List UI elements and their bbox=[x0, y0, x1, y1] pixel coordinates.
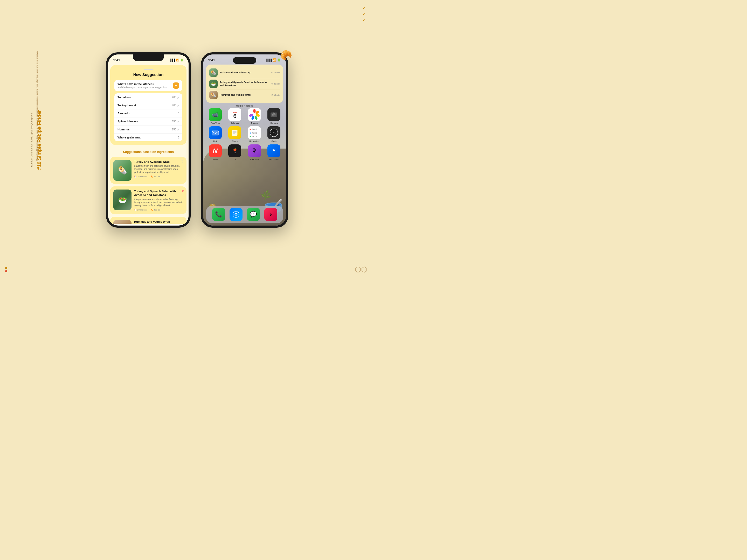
reminders-inner: ●Task 1 ●Task 2 ●Task 3 bbox=[248, 126, 261, 139]
phone2-screen: 🥣 🌿 🍋 9:41 ▐▐▐ 📶 🔋 🌯 Turkey and Avocado … bbox=[203, 54, 286, 225]
app-item-camera[interactable]: Camera bbox=[265, 108, 283, 124]
svg-rect-11 bbox=[273, 112, 274, 113]
like-button-1[interactable]: ♡ bbox=[181, 159, 184, 164]
camera-icon bbox=[267, 108, 280, 121]
phone2-status-bar: 9:41 ▐▐▐ 📶 🔋 bbox=[203, 54, 286, 63]
mail-icon bbox=[209, 126, 222, 139]
app-item-tv[interactable]: 🍎 TV TV bbox=[227, 144, 243, 160]
svg-point-10 bbox=[273, 114, 275, 116]
clock-svg bbox=[269, 128, 279, 137]
phone1-screen: 9:41 ▐▐▐ 📶 🔋 New Suggestion What I have … bbox=[108, 54, 188, 225]
widget-recipe-time-2: ⏱ 20 min bbox=[271, 83, 280, 85]
photos-icon bbox=[248, 108, 261, 121]
ingredient-row: Hummus 250 gr bbox=[114, 126, 182, 134]
tv-inner: 🍎 TV bbox=[233, 148, 237, 154]
like-button-2[interactable]: ♥ bbox=[182, 189, 184, 193]
widget-recipe-row-2: 🥗 Turkey and Spinach Salad with Avocado … bbox=[209, 78, 280, 89]
recipe-name-2: Turkey and Spinach Salad with Avocado an… bbox=[134, 189, 183, 197]
reminders-label: Reminders bbox=[249, 140, 259, 142]
mail-label: Mail bbox=[213, 140, 217, 142]
photos-svg bbox=[249, 109, 260, 121]
suggestions-section: Suggestions based on ingredients 🌯 Turke… bbox=[108, 147, 188, 224]
photos-label: Photos bbox=[251, 122, 258, 124]
dock-item-safari[interactable] bbox=[230, 208, 242, 221]
app-item-photos[interactable]: Photos bbox=[246, 108, 263, 124]
clock-icon bbox=[267, 126, 280, 139]
widget-recipe-row-1: 🌯 Turkey and Avocado Wrap ⏱ 15 min bbox=[209, 67, 280, 78]
dock-item-phone[interactable]: 📞 bbox=[212, 208, 225, 221]
app-item-facetime[interactable]: 📹 FaceTime bbox=[207, 108, 224, 124]
widget-recipe-name-2: Turkey and Spinach Salad with Avocado an… bbox=[220, 81, 269, 87]
svg-point-1 bbox=[253, 109, 256, 113]
widget-recipe-row-3: 🌯 Hummus and Veggie Wrap ⏱ 10 min bbox=[209, 89, 280, 100]
like-button-3[interactable]: ♡ bbox=[181, 219, 184, 223]
dock-item-messages[interactable]: 💬 bbox=[247, 208, 260, 221]
facetime-label: FaceTime bbox=[211, 122, 220, 124]
recipe-time-1: ⏰ 15 minutes bbox=[134, 176, 147, 178]
new-suggestion-card: New Suggestion What I have in the kitche… bbox=[110, 65, 186, 145]
podcasts-symbol: 🎙 bbox=[252, 148, 257, 154]
safari-svg bbox=[232, 211, 240, 218]
recipe-name-1: Turkey and Avocado Wrap bbox=[134, 160, 183, 164]
ingredient-name: Turkey breast bbox=[118, 104, 136, 107]
app-item-notes[interactable]: Notes bbox=[227, 126, 243, 142]
recipe-widget[interactable]: 🌯 Turkey and Avocado Wrap ⏱ 15 min 🥗 Tur… bbox=[206, 64, 283, 103]
app-item-reminders[interactable]: ●Task 1 ●Task 2 ●Task 3 Reminders bbox=[246, 126, 263, 142]
calendar-date: 6 bbox=[233, 113, 237, 119]
widget-recipe-img-3: 🌯 bbox=[209, 91, 217, 99]
podcasts-label: Podcasts bbox=[250, 158, 259, 160]
phone1-frame: 9:41 ▐▐▐ 📶 🔋 New Suggestion What I have … bbox=[106, 52, 191, 228]
svg-point-25 bbox=[274, 132, 275, 133]
messages-symbol: 💬 bbox=[250, 211, 257, 218]
signal-icon: ▐▐▐ bbox=[265, 59, 272, 62]
recipe-cal-2: 🔥 400 cal bbox=[150, 209, 160, 211]
camera-label: Camera bbox=[270, 122, 278, 124]
app-item-appstore[interactable]: App Store bbox=[265, 144, 283, 160]
ingredient-name: Tomatoes bbox=[118, 96, 131, 99]
app-item-clock[interactable]: Clock bbox=[265, 126, 283, 142]
notes-icon bbox=[228, 126, 241, 139]
recipe-card-2[interactable]: 🥗 Turkey and Spinach Salad with Avocado … bbox=[110, 186, 186, 214]
kitchen-input-section[interactable]: What I have in the kitchen? Add the item… bbox=[114, 80, 182, 91]
recipe-card-1[interactable]: 🌯 Turkey and Avocado Wrap Savor the fres… bbox=[110, 157, 186, 184]
news-label: News bbox=[213, 158, 218, 160]
dock-item-music[interactable]: ♪ bbox=[264, 208, 277, 221]
recipe-desc-2: Enjoy a nutritious and vibrant salad fea… bbox=[134, 198, 183, 207]
appstore-label: App Store bbox=[269, 158, 279, 160]
mail-svg bbox=[211, 129, 220, 137]
notes-svg bbox=[231, 129, 239, 137]
app-item-mail[interactable]: Mail bbox=[207, 126, 224, 142]
add-ingredient-button[interactable]: + bbox=[173, 82, 179, 89]
recipe-image-3: 🌯 bbox=[113, 220, 131, 224]
recipe-image-2: 🥗 bbox=[113, 189, 131, 210]
recipe-info-2: Turkey and Spinach Salad with Avocado an… bbox=[134, 189, 183, 211]
recipe-card-3[interactable]: 🌯 Hummus and Veggie Wrap Delight in the … bbox=[110, 217, 186, 224]
tv-text: TV bbox=[233, 152, 236, 154]
ingredient-name: Spinach leaves bbox=[118, 120, 138, 123]
widget-recipe-img-1: 🌯 bbox=[209, 69, 217, 77]
widget-recipe-time-3: ⏱ 10 min bbox=[271, 94, 280, 96]
clock-label: Clock bbox=[271, 140, 277, 142]
drag-handle[interactable] bbox=[144, 69, 153, 70]
widget-recipe-img-2: 🥗 bbox=[209, 80, 217, 88]
podcasts-icon: 🎙 bbox=[248, 144, 261, 157]
music-symbol: ♪ bbox=[269, 211, 272, 218]
app-grid-row2: Mail Notes bbox=[203, 126, 286, 142]
phone1-time: 9:41 bbox=[113, 58, 120, 62]
appstore-icon bbox=[267, 144, 280, 157]
ingredient-amount: 5 bbox=[178, 136, 179, 139]
ingredient-amount: 650 gr bbox=[172, 120, 179, 123]
deco-dots bbox=[5, 267, 7, 272]
phone1-app-content[interactable]: New Suggestion What I have in the kitche… bbox=[108, 63, 188, 224]
app-item-calendar[interactable]: MON 6 Calendar bbox=[227, 108, 243, 124]
tv-apple-symbol: 🍎 bbox=[233, 148, 237, 152]
recipe-name-3: Hummus and Veggie Wrap bbox=[134, 220, 183, 223]
app-item-news[interactable]: N News bbox=[207, 144, 224, 160]
ingredient-row: Spinach leaves 650 gr bbox=[114, 117, 182, 126]
recipe-cal-1: 🔥 450 cal bbox=[150, 176, 160, 178]
ingredient-name: Whole-grain wrap bbox=[118, 136, 141, 139]
svg-rect-12 bbox=[212, 131, 218, 135]
phone2-dock: 📞 💬 bbox=[206, 206, 283, 223]
app-item-podcasts[interactable]: 🎙 Podcasts bbox=[246, 144, 263, 160]
widget-recipe-name-1: Turkey and Avocado Wrap bbox=[220, 71, 269, 74]
